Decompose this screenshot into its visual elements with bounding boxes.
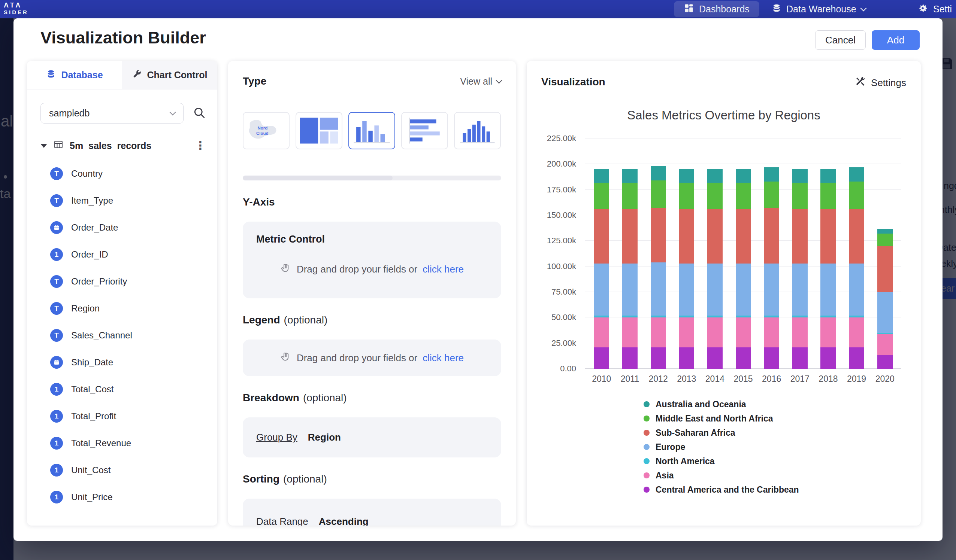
horizontal-bar-chart-thumbnail[interactable] bbox=[401, 112, 448, 149]
table-tree-header[interactable]: 5m_sales_records ⋮ bbox=[41, 139, 206, 152]
bar-segment[interactable] bbox=[736, 317, 751, 347]
bar-segment[interactable] bbox=[849, 347, 864, 369]
bar-segment[interactable] bbox=[679, 264, 694, 315]
stacked-bar-2015[interactable] bbox=[736, 138, 751, 369]
bar-segment[interactable] bbox=[679, 347, 694, 369]
metric-control-dropzone[interactable]: Metric Control Drag and drop your fields… bbox=[243, 221, 501, 298]
stacked-bar-2014[interactable] bbox=[707, 138, 723, 369]
bar-segment[interactable] bbox=[651, 262, 666, 315]
bar-segment[interactable] bbox=[594, 183, 609, 209]
stacked-bar-2012[interactable] bbox=[651, 138, 666, 369]
map-chart-thumbnail[interactable]: NordCloud bbox=[243, 112, 289, 149]
stacked-bar-2013[interactable] bbox=[679, 138, 694, 369]
bar-segment[interactable] bbox=[594, 209, 609, 264]
bar-segment[interactable] bbox=[707, 209, 723, 264]
horizontal-scrollbar[interactable] bbox=[243, 176, 501, 180]
bar-segment[interactable] bbox=[594, 317, 609, 347]
bar-segment[interactable] bbox=[594, 347, 609, 369]
bar-segment[interactable] bbox=[764, 167, 779, 182]
field-row-total_cost[interactable]: 1Total_Cost bbox=[27, 376, 217, 403]
group-by-label[interactable]: Group By bbox=[256, 431, 297, 443]
view-all-button[interactable]: View all bbox=[460, 76, 501, 87]
column-chart-thumbnail[interactable] bbox=[454, 112, 501, 149]
bar-segment[interactable] bbox=[849, 264, 864, 315]
sorting-row-value[interactable]: Ascending bbox=[319, 516, 369, 525]
group-by-value[interactable]: Region bbox=[308, 431, 341, 443]
bar-segment[interactable] bbox=[877, 292, 893, 333]
bar-segment[interactable] bbox=[679, 209, 694, 264]
nav-data-warehouse[interactable]: Data Warehouse bbox=[772, 0, 866, 18]
sorting-row[interactable]: Data Range Ascending bbox=[243, 499, 501, 525]
bar-segment[interactable] bbox=[877, 229, 893, 234]
kebab-menu-icon[interactable]: ⋮ bbox=[195, 140, 206, 151]
bar-segment[interactable] bbox=[622, 169, 638, 183]
stacked-bar-2019[interactable] bbox=[849, 138, 864, 369]
bar-segment[interactable] bbox=[736, 183, 751, 209]
field-row-region[interactable]: TRegion bbox=[27, 295, 217, 322]
database-select[interactable]: sampledb bbox=[41, 103, 184, 124]
bar-segment[interactable] bbox=[821, 169, 836, 183]
stacked-column-chart-thumbnail[interactable] bbox=[348, 112, 395, 149]
stacked-bar-2016[interactable] bbox=[764, 138, 779, 369]
click-here-link[interactable]: click here bbox=[423, 264, 464, 275]
bar-segment[interactable] bbox=[736, 169, 751, 183]
bar-segment[interactable] bbox=[736, 209, 751, 264]
bar-segment[interactable] bbox=[792, 347, 808, 369]
bar-segment[interactable] bbox=[877, 355, 893, 369]
scrollbar-thumb[interactable] bbox=[243, 176, 393, 180]
add-button[interactable]: Add bbox=[872, 30, 920, 50]
stacked-bar-2018[interactable] bbox=[821, 138, 836, 369]
bar-segment[interactable] bbox=[792, 317, 808, 347]
legend-item[interactable]: Sub-Saharan Africa bbox=[643, 426, 799, 440]
field-row-order_date[interactable]: Order_Date bbox=[27, 214, 217, 241]
legend-item[interactable]: Europe bbox=[643, 440, 799, 454]
bar-segment[interactable] bbox=[877, 334, 893, 355]
legend-item[interactable]: Middle East and North Africa bbox=[643, 411, 799, 426]
stacked-bar-2017[interactable] bbox=[792, 138, 808, 369]
bar-segment[interactable] bbox=[707, 169, 723, 183]
stacked-bar-2010[interactable] bbox=[594, 138, 609, 369]
bar-segment[interactable] bbox=[594, 264, 609, 315]
legend-item[interactable]: Central America and the Caribbean bbox=[643, 483, 799, 497]
field-row-sales_channel[interactable]: TSales_Channel bbox=[27, 322, 217, 349]
bar-segment[interactable] bbox=[679, 169, 694, 183]
bar-segment[interactable] bbox=[651, 166, 666, 180]
field-row-order_id[interactable]: 1Order_ID bbox=[27, 241, 217, 268]
bar-segment[interactable] bbox=[764, 264, 779, 315]
field-row-country[interactable]: TCountry bbox=[27, 160, 217, 187]
field-row-unit_cost[interactable]: 1Unit_Cost bbox=[27, 457, 217, 484]
bar-segment[interactable] bbox=[764, 182, 779, 208]
bar-segment[interactable] bbox=[764, 317, 779, 347]
bar-segment[interactable] bbox=[651, 180, 666, 208]
bar-segment[interactable] bbox=[792, 209, 808, 264]
bar-segment[interactable] bbox=[651, 347, 666, 369]
cancel-button[interactable]: Cancel bbox=[815, 30, 866, 50]
bar-segment[interactable] bbox=[877, 234, 893, 246]
bar-segment[interactable] bbox=[651, 317, 666, 347]
stacked-bar-2020[interactable] bbox=[877, 138, 893, 369]
field-row-ship_date[interactable]: Ship_Date bbox=[27, 349, 217, 376]
bar-segment[interactable] bbox=[821, 264, 836, 315]
bar-segment[interactable] bbox=[707, 347, 723, 369]
bar-segment[interactable] bbox=[821, 209, 836, 264]
bar-segment[interactable] bbox=[679, 317, 694, 347]
field-row-total_profit[interactable]: 1Total_Profit bbox=[27, 403, 217, 430]
bar-segment[interactable] bbox=[849, 167, 864, 182]
bar-segment[interactable] bbox=[764, 208, 779, 264]
bar-segment[interactable] bbox=[651, 208, 666, 262]
sorting-row-label[interactable]: Data Range bbox=[256, 516, 308, 525]
bar-segment[interactable] bbox=[849, 317, 864, 347]
stacked-bar-2011[interactable] bbox=[622, 138, 638, 369]
bar-segment[interactable] bbox=[679, 183, 694, 209]
tab-database[interactable]: Database bbox=[27, 61, 122, 89]
bar-segment[interactable] bbox=[736, 264, 751, 315]
chart-settings-button[interactable]: Settings bbox=[855, 76, 906, 90]
bar-segment[interactable] bbox=[622, 264, 638, 315]
bar-segment[interactable] bbox=[622, 183, 638, 209]
field-row-total_revenue[interactable]: 1Total_Revenue bbox=[27, 430, 217, 457]
bar-segment[interactable] bbox=[622, 347, 638, 369]
breakdown-dropzone[interactable]: Group By Region bbox=[243, 417, 501, 457]
bar-segment[interactable] bbox=[849, 182, 864, 209]
bar-segment[interactable] bbox=[707, 264, 723, 315]
bar-segment[interactable] bbox=[764, 347, 779, 369]
